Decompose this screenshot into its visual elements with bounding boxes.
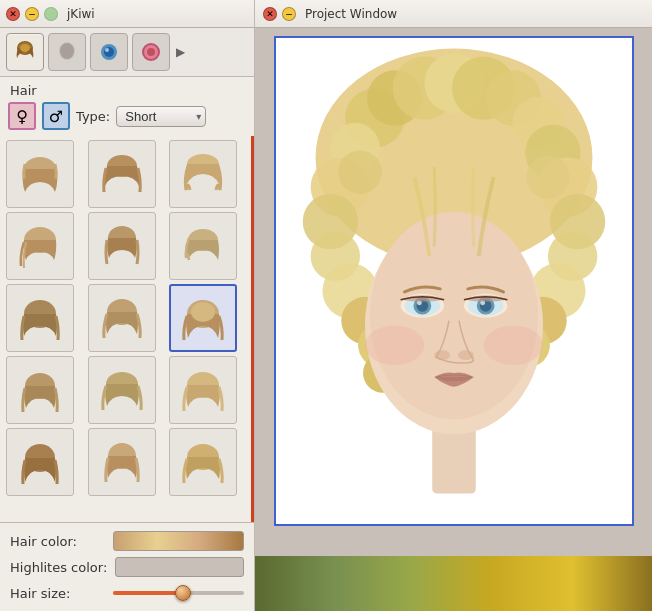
right-titlebar: ✕ − Project Window	[255, 0, 652, 28]
svg-point-66	[434, 350, 450, 360]
hair-item-5[interactable]	[88, 212, 156, 280]
hair-style-14	[93, 432, 151, 492]
hair-item-8[interactable]	[88, 284, 156, 352]
more-tools-button[interactable]: ▶	[176, 45, 185, 59]
hair-grid-container[interactable]	[0, 136, 254, 522]
hair-style-11	[93, 360, 151, 420]
hair-size-row: Hair size:	[10, 583, 244, 603]
hair-item-10[interactable]	[6, 356, 74, 424]
svg-point-10	[147, 48, 155, 56]
face-render	[276, 36, 632, 526]
hair-style-13	[11, 432, 69, 492]
app-title: jKiwi	[67, 7, 95, 21]
svg-point-4	[60, 43, 74, 59]
hair-item-1[interactable]	[6, 140, 74, 208]
canvas-frame	[274, 36, 634, 526]
hair-color-swatch[interactable]	[113, 531, 244, 551]
hair-section-label: Hair	[0, 77, 254, 100]
hair-style-10	[11, 360, 69, 420]
maximize-button[interactable]	[44, 7, 58, 21]
minimize-button[interactable]: −	[25, 7, 39, 21]
hair-item-15[interactable]	[169, 428, 237, 496]
hair-size-label: Hair size:	[10, 586, 105, 601]
bottom-controls: Hair color: Highlites color: Hair size:	[0, 522, 254, 611]
svg-point-68	[338, 150, 382, 194]
svg-point-55	[483, 326, 542, 366]
hair-item-6[interactable]	[169, 212, 237, 280]
female-icon: ♀	[16, 107, 28, 126]
hair-item-4[interactable]	[6, 212, 74, 280]
svg-point-67	[457, 350, 473, 360]
head-tool-button[interactable]	[48, 33, 86, 71]
hair-item-12[interactable]	[169, 356, 237, 424]
bottom-nature-strip	[255, 556, 652, 611]
hair-grid	[6, 140, 247, 496]
hair-style-15	[174, 432, 232, 492]
hair-item-13[interactable]	[6, 428, 74, 496]
hair-item-14[interactable]	[88, 428, 156, 496]
head-icon	[54, 39, 80, 65]
hair-icon	[11, 38, 39, 66]
female-gender-button[interactable]: ♀	[8, 102, 36, 130]
project-canvas	[255, 28, 652, 556]
hair-style-4	[11, 216, 69, 276]
hair-style-3	[174, 144, 232, 204]
project-minimize-button[interactable]: −	[282, 7, 296, 21]
svg-point-7	[105, 48, 109, 52]
svg-point-53	[369, 212, 537, 420]
svg-point-54	[365, 326, 424, 366]
hair-item-9[interactable]	[169, 284, 237, 352]
svg-point-69	[526, 155, 570, 199]
svg-point-20	[191, 302, 215, 322]
eye-icon	[96, 39, 122, 65]
male-icon: ♂	[49, 107, 63, 126]
makeup-tool-button[interactable]	[132, 33, 170, 71]
left-titlebar: ✕ − jKiwi	[0, 0, 255, 28]
svg-point-2	[20, 44, 30, 52]
hair-style-12	[174, 360, 232, 420]
highlights-color-label: Highlites color:	[10, 560, 107, 575]
hair-item-11[interactable]	[88, 356, 156, 424]
type-select-wrapper: Short Long Medium Curly ▾	[116, 106, 206, 127]
eye-tool-button[interactable]	[90, 33, 128, 71]
close-button[interactable]: ✕	[6, 7, 20, 21]
type-label: Type:	[76, 109, 110, 124]
hair-style-6	[174, 216, 232, 276]
project-title: Project Window	[305, 7, 397, 21]
hair-style-8	[93, 288, 151, 348]
toolbar: ▶	[0, 28, 254, 77]
hair-size-slider-container[interactable]	[113, 583, 244, 603]
hair-style-9	[174, 288, 232, 348]
hair-item-7[interactable]	[6, 284, 74, 352]
highlights-color-swatch[interactable]	[115, 557, 244, 577]
hair-style-7	[11, 288, 69, 348]
svg-point-6	[104, 47, 114, 57]
male-gender-button[interactable]: ♂	[42, 102, 70, 130]
highlights-color-row: Highlites color:	[10, 557, 244, 577]
makeup-icon	[138, 39, 164, 65]
right-panel	[255, 28, 652, 611]
type-row: ♀ ♂ Type: Short Long Medium Curly ▾	[0, 100, 254, 136]
left-panel: ▶ Hair ♀ ♂ Type: Short Long Medium	[0, 28, 255, 611]
hair-style-1	[11, 144, 69, 204]
hair-tool-button[interactable]	[6, 33, 44, 71]
type-select[interactable]: Short Long Medium Curly	[116, 106, 206, 127]
hair-color-label: Hair color:	[10, 534, 105, 549]
hair-style-5	[93, 216, 151, 276]
hair-item-3[interactable]	[169, 140, 237, 208]
slider-thumb[interactable]	[175, 585, 191, 601]
project-close-button[interactable]: ✕	[263, 7, 277, 21]
hair-item-2[interactable]	[88, 140, 156, 208]
hair-color-row: Hair color:	[10, 531, 244, 551]
hair-style-2	[93, 144, 151, 204]
